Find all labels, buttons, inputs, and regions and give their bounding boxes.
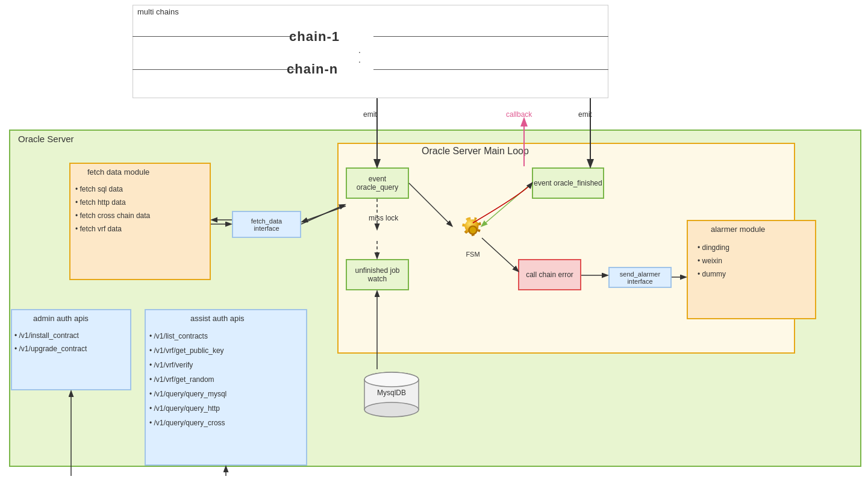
list-item: • /v1/vrf/get_public_key <box>149 343 226 358</box>
assist-auth-apis-title: assist auth apis <box>190 314 245 323</box>
mysql-label: MysqlDB <box>361 389 422 397</box>
fsm-area: FSM <box>446 208 500 262</box>
diagram-container: multi chains chain-1 ·· chain-n emit cal… <box>0 0 868 500</box>
list-item: • fetch vrf data <box>75 222 150 236</box>
list-item: • /v1/query/query_http <box>149 401 226 416</box>
list-item: • /v1/vrf/get_random <box>149 372 226 387</box>
call-chain-error-box: call chain error <box>518 259 581 290</box>
svg-point-5 <box>364 372 419 387</box>
job-watch-box: unfinished job watch <box>346 259 409 290</box>
event-oracle-query-box: event oracle_query <box>346 167 409 199</box>
assist-items: • /v1/list_contracts • /v1/vrf/get_publi… <box>149 329 226 430</box>
alarmer-module-title: alarmer module <box>711 225 765 234</box>
svg-point-1 <box>470 227 476 234</box>
main-loop-label: Oracle Server Main Loop <box>422 146 529 157</box>
emit-left-label: emit <box>363 110 377 119</box>
fetch-data-module-title: fetch data module <box>87 167 149 177</box>
list-item: • weixin <box>698 254 729 267</box>
list-item: • /v1/query/query_mysql <box>149 387 226 401</box>
emit-right-label: emit <box>578 110 592 119</box>
list-item: • dingding <box>698 241 729 254</box>
svg-point-4 <box>364 402 419 417</box>
list-item: • /v1/query/query_cross <box>149 416 226 430</box>
event-oracle-finished-box: event oracle_finished <box>532 167 604 199</box>
chain-1-line-left <box>133 36 295 37</box>
list-item: • /v1/vrf/verify <box>149 358 226 372</box>
admin-items: • /v1/install_contract • /v1/upgrade_con… <box>14 329 87 355</box>
admin-auth-apis-title: admin auth apis <box>33 314 89 323</box>
chain-n-text: chain-n <box>287 61 338 77</box>
list-item: • fetch http data <box>75 196 150 209</box>
list-item: • /v1/list_contracts <box>149 329 226 343</box>
chain-1-text: chain-1 <box>289 29 340 45</box>
list-item: • fetch sql data <box>75 183 150 196</box>
miss-lock-text: miss lock <box>369 214 398 222</box>
chain-n-line-right <box>373 69 608 70</box>
dots: ·· <box>358 47 362 66</box>
multi-chains-box <box>133 5 608 98</box>
list-item: • /v1/install_contract <box>14 329 87 342</box>
list-item: • /v1/upgrade_contract <box>14 342 87 355</box>
fsm-label: FSM <box>466 251 479 258</box>
chain-n-line-left <box>133 69 295 70</box>
multi-chains-label: multi chains <box>137 7 179 16</box>
list-item: • fetch cross chain data <box>75 209 150 222</box>
callback-label: callback <box>506 110 532 119</box>
send-alarmer-interface-box: send_alarmerinterface <box>608 267 672 288</box>
alarmer-items: • dingding • weixin • dummy <box>698 241 729 281</box>
fetch-interface-label: fetch_datainterface <box>251 217 282 232</box>
fetch-data-interface-box: fetch_datainterface <box>232 211 301 238</box>
fetch-data-items: • fetch sql data • fetch http data • fet… <box>75 183 150 236</box>
list-item: • dummy <box>698 267 729 281</box>
send-alarmer-label: send_alarmerinterface <box>620 270 660 285</box>
oracle-server-label: Oracle Server <box>18 134 74 144</box>
gear-icon <box>455 212 491 248</box>
chain-1-line-right <box>373 36 608 37</box>
